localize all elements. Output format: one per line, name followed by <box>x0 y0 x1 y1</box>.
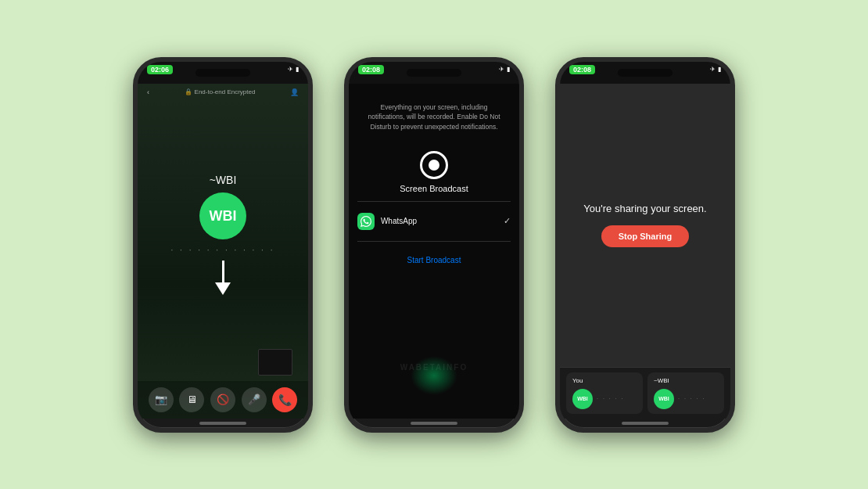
wa-app-name: WhatsApp <box>381 217 417 225</box>
status-icons-2: ✈ ▮ <box>499 66 510 73</box>
phone1-content: ‹ 🔒 End-to-end Encrypted 👤 ~WBI WBI · · … <box>138 84 308 419</box>
broadcast-warning-text: Everything on your screen, including not… <box>349 84 519 145</box>
glowing-orb <box>411 356 457 395</box>
phone3: 02:08 ✈ ▮ You're sharing your screen. St… <box>555 57 735 433</box>
status-icons-1: ✈ ▮ <box>288 66 299 73</box>
participant2-row: WBI · · · · · <box>654 389 718 409</box>
status-time-1: 02:06 <box>147 65 173 74</box>
end-call-button[interactable]: 📞 <box>272 387 297 412</box>
participant1-avatar: WBI <box>572 389 593 409</box>
broadcast-divider <box>357 201 511 202</box>
call-controls: 📷 🖥 🚫 🎤 📞 <box>138 381 308 419</box>
share-indicator <box>209 261 237 295</box>
participant1-name: You <box>572 377 637 384</box>
video-off-button[interactable]: 🚫 <box>210 387 235 412</box>
lock-icon: 🔒 <box>185 88 192 95</box>
call-header: ‹ 🔒 End-to-end Encrypted 👤 <box>138 84 308 101</box>
phone2-notch: 02:08 ✈ ▮ <box>349 62 519 84</box>
caller-initials: WBI <box>210 208 237 225</box>
mute-button[interactable]: 🎤 <box>242 387 267 412</box>
phone1-notch: 02:06 ✈ ▮ <box>138 62 308 84</box>
broadcast-app-row: WhatsApp ✓ <box>357 210 511 233</box>
phone3-notch: 02:08 ✈ ▮ <box>560 62 730 84</box>
screen-preview-thumbnail <box>258 349 292 376</box>
encryption-label: End-to-end Encrypted <box>195 88 256 95</box>
caller-name: ~WBI <box>210 174 237 186</box>
broadcast-app-left: WhatsApp <box>357 213 417 230</box>
participant2-avatar: WBI <box>654 389 674 409</box>
phone2-content: Everything on your screen, including not… <box>349 84 519 419</box>
status-bar-2: 02:08 ✈ ▮ <box>349 62 519 77</box>
add-participant-icon[interactable]: 👤 <box>290 88 299 96</box>
back-button[interactable]: ‹ <box>147 88 149 96</box>
record-inner-dot <box>429 160 439 171</box>
phone1: 02:06 ✈ ▮ ‹ 🔒 End-to-end Encrypted 👤 ~WB… <box>133 57 313 433</box>
home-bar-1 <box>199 422 246 425</box>
start-broadcast-button[interactable]: Start Broadcast <box>407 256 461 264</box>
broadcast-divider-2 <box>357 241 511 242</box>
phone3-content: You're sharing your screen. Stop Sharing… <box>560 84 730 419</box>
caller-avatar: WBI <box>199 192 246 239</box>
status-bar-3: 02:08 ✈ ▮ <box>560 62 730 77</box>
participant-tile-wbi: ~WBI WBI · · · · · <box>647 372 724 414</box>
participant2-initials: WBI <box>658 396 669 401</box>
participant2-name: ~WBI <box>654 377 718 384</box>
call-avatar-area: ~WBI WBI · · · · · · · · · · · · <box>138 101 308 381</box>
status-time-3: 02:08 <box>569 65 595 74</box>
call-dots: · · · · · · · · · · · · <box>171 246 275 254</box>
participant1-initials: WBI <box>577 396 588 401</box>
participant-tile-you: You WBI · · · · · <box>566 372 643 414</box>
status-bar-1: 02:06 ✈ ▮ <box>138 62 308 77</box>
call-header-center: 🔒 End-to-end Encrypted <box>185 88 256 95</box>
status-icons-3: ✈ ▮ <box>710 66 721 73</box>
battery-icon-3: ▮ <box>718 66 721 73</box>
down-arrow-icon <box>209 261 237 295</box>
broadcast-icon-area: Screen Broadcast <box>400 151 468 193</box>
camera-button[interactable]: 📷 <box>149 387 174 412</box>
sharing-text: You're sharing your screen. <box>583 203 706 214</box>
airplane-icon: ✈ <box>288 66 293 73</box>
airplane-icon-3: ✈ <box>710 66 716 73</box>
airplane-icon-2: ✈ <box>499 66 504 73</box>
home-bar-3 <box>622 422 669 425</box>
broadcast-title: Screen Broadcast <box>400 184 468 193</box>
screen-share-button[interactable]: 🖥 <box>179 387 204 412</box>
broadcast-record-icon <box>420 151 448 179</box>
phone2: 02:08 ✈ ▮ Everything on your screen, inc… <box>344 57 524 433</box>
home-bar-2 <box>411 422 457 425</box>
participant1-row: WBI · · · · · <box>572 389 637 409</box>
participant1-dots: · · · · · <box>597 396 625 401</box>
status-time-2: 02:08 <box>358 65 384 74</box>
sharing-main: You're sharing your screen. Stop Sharing <box>560 84 730 367</box>
check-icon: ✓ <box>504 216 511 226</box>
whatsapp-icon <box>357 213 375 230</box>
battery-icon-2: ▮ <box>507 66 510 73</box>
participant2-dots: · · · · · <box>678 396 706 401</box>
battery-icon: ▮ <box>296 66 299 73</box>
stop-sharing-button[interactable]: Stop Sharing <box>601 225 689 247</box>
participants-bar: You WBI · · · · · ~WBI WBI · · · · · <box>560 367 730 419</box>
